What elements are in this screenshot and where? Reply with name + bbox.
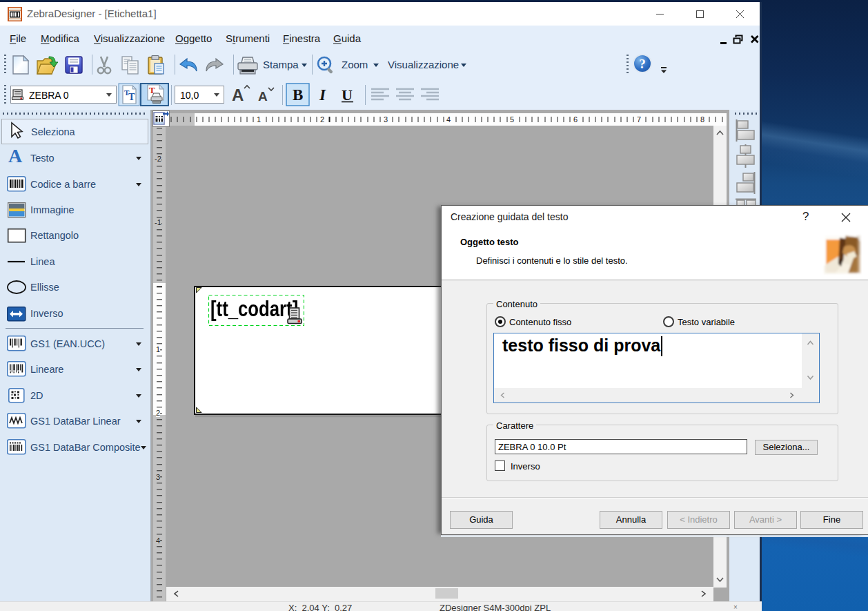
svg-text:U: U bbox=[342, 86, 353, 104]
svg-text:T: T bbox=[128, 92, 135, 102]
svg-text:?: ? bbox=[639, 57, 646, 71]
svg-text:A: A bbox=[232, 86, 244, 104]
svg-text:A: A bbox=[8, 145, 23, 166]
svg-text:A: A bbox=[258, 89, 268, 104]
svg-text:I: I bbox=[319, 86, 326, 104]
svg-text:B: B bbox=[293, 86, 303, 104]
